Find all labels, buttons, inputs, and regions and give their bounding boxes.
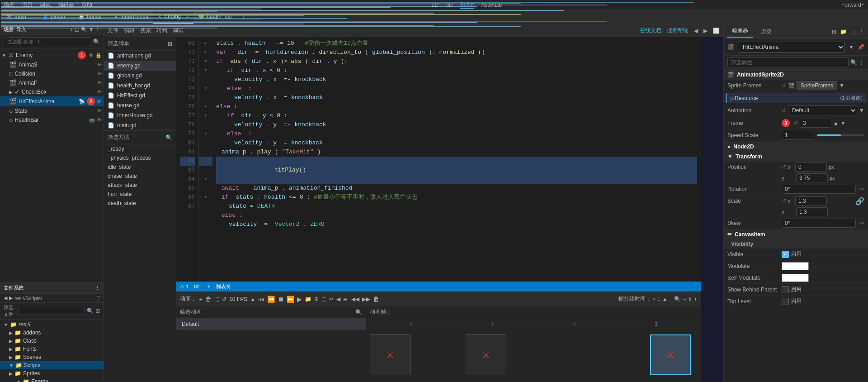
code-minimap xyxy=(701,37,723,382)
middle-panel: 文件 编辑 搜索 转到 调试 在线文档 搜索帮助 ◀ ▶ ⬜ 筛选脚本 ⊞ � xyxy=(104,24,723,382)
main-area: 场景 导入 + ⬚ 🔍 ⬆ ⋮ 🔍 ▼ ⚔ Enemy 1 xyxy=(0,24,868,382)
skew-slider[interactable] xyxy=(859,222,864,224)
speed-scale-slider[interactable] xyxy=(817,134,864,136)
minimap-lines xyxy=(701,37,723,382)
code-area: 筛选脚本 ⊞ 📄 animations.gd 📄 enemy.gd 📄 glob… xyxy=(104,37,723,382)
rotation-slider[interactable] xyxy=(859,188,864,190)
